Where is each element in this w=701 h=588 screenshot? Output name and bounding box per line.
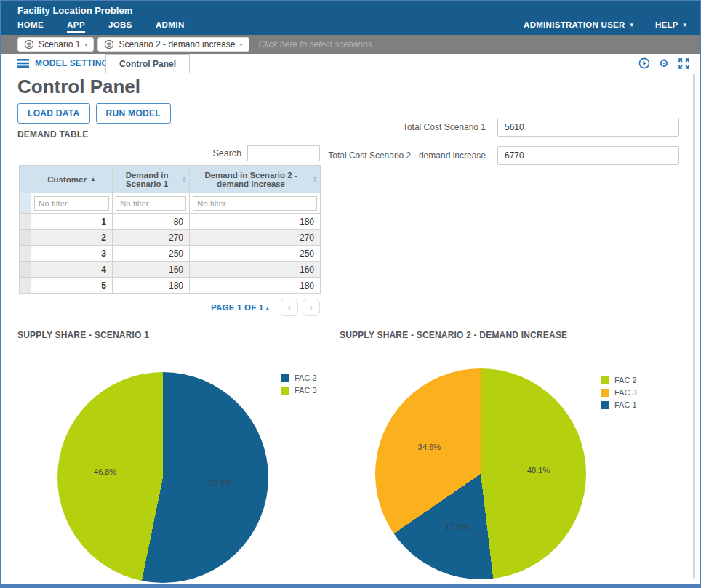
filter-input-customer[interactable] xyxy=(34,196,109,211)
scenario-chip-2[interactable]: Scenario 2 - demand increase ▾ xyxy=(97,37,249,52)
cell-customer[interactable]: 3 xyxy=(31,246,113,262)
play-circle-icon[interactable] xyxy=(638,57,650,69)
model-settings-toggle[interactable]: MODEL SETTINGS xyxy=(17,58,114,68)
nav-item-jobs[interactable]: JOBS xyxy=(108,20,132,33)
legend: FAC 2FAC 3FAC 1 xyxy=(601,376,637,409)
sort-icon: ▲▼ xyxy=(313,176,317,183)
filter-input-demand-2[interactable] xyxy=(193,196,317,211)
legend-item[interactable]: FAC 2 xyxy=(601,376,637,384)
chevron-down-icon: ▾ xyxy=(239,41,242,48)
chart-title: SUPPLY SHARE - SCENARIO 2 - DEMAND INCRE… xyxy=(340,330,567,340)
scenario-chip-label: Scenario 2 - demand increase xyxy=(119,39,235,49)
scenario-chip-1[interactable]: Scenario 1 ▾ xyxy=(17,37,94,52)
row-selector[interactable] xyxy=(20,246,31,262)
legend-item[interactable]: FAC 3 xyxy=(281,386,317,395)
app-window: Facility Location Problem HOME APP JOBS … xyxy=(0,0,701,588)
admin-user-label: ADMINISTRATION USER xyxy=(524,20,625,29)
column-header-demand-scenario-2[interactable]: Demand in Scenario 2 - demand increase ▲… xyxy=(190,166,321,193)
total-cost-2-label: Total Cost Scenario 2 - demand increase xyxy=(328,150,486,161)
pie-slice-label: 17.3% xyxy=(446,523,468,531)
total-cost-1-field[interactable] xyxy=(497,118,679,137)
row-selector-header xyxy=(20,166,31,193)
row-selector[interactable] xyxy=(20,230,31,246)
cell-demand-2[interactable]: 250 xyxy=(190,246,321,262)
tab-control-panel[interactable]: Control Panel xyxy=(105,54,190,73)
chart-title: SUPPLY SHARE - SCENARIO 1 xyxy=(17,330,149,340)
cell-demand-2[interactable]: 160 xyxy=(190,262,321,278)
table-row: 4 160 160 xyxy=(20,262,321,278)
table-filter-row xyxy=(20,193,321,214)
sort-icon: ▲▼ xyxy=(182,176,186,183)
cell-customer[interactable]: 5 xyxy=(31,278,113,294)
cell-demand-2[interactable]: 270 xyxy=(190,230,321,246)
page-indicator[interactable]: PAGE 1 OF 1 ▴ xyxy=(211,303,269,312)
nav-item-home[interactable]: HOME xyxy=(17,20,44,33)
scrollbar[interactable] xyxy=(693,74,695,579)
cell-demand-2[interactable]: 180 xyxy=(190,278,321,294)
scenario-selector-hint[interactable]: Click here to select scenarios xyxy=(259,39,372,49)
row-selector-filter-cell xyxy=(20,193,31,214)
total-cost-2-field[interactable] xyxy=(497,146,679,165)
table-pagination: PAGE 1 OF 1 ▴ ‹ › xyxy=(19,299,320,316)
legend-swatch xyxy=(601,389,609,397)
scenario-icon xyxy=(104,39,114,49)
table-row: 5 180 180 xyxy=(20,278,321,294)
pie-slice-label: 48.1% xyxy=(527,466,550,475)
cell-demand-1[interactable]: 270 xyxy=(113,230,190,246)
top-header: Facility Location Problem HOME APP JOBS … xyxy=(1,1,700,35)
cell-customer[interactable]: 2 xyxy=(31,230,113,246)
cell-demand-2[interactable]: 180 xyxy=(190,214,321,230)
chevron-down-icon: ▼ xyxy=(682,22,688,28)
pie: 48.1%17.3%34.6% xyxy=(375,368,586,579)
column-header-customer[interactable]: Customer ▲ xyxy=(31,166,113,193)
load-data-button[interactable]: LOAD DATA xyxy=(17,103,90,124)
total-cost-1-label: Total Cost Scenario 1 xyxy=(403,122,486,132)
scenario-icon xyxy=(24,39,34,49)
nav-item-admin[interactable]: ADMIN xyxy=(156,20,185,33)
cell-demand-1[interactable]: 80 xyxy=(113,214,190,230)
header-right: ADMINISTRATION USER ▼ HELP ▼ xyxy=(524,20,688,29)
pie-slice-label: 34.6% xyxy=(418,443,441,451)
search-input[interactable] xyxy=(247,145,320,161)
fullscreen-icon[interactable] xyxy=(678,57,689,69)
model-settings-label: MODEL SETTINGS xyxy=(35,58,114,68)
page-title: Control Panel xyxy=(17,76,140,98)
legend-item[interactable]: FAC 1 xyxy=(601,400,637,409)
toolbar-icons: ⚙ xyxy=(638,57,689,69)
next-page-button[interactable]: › xyxy=(303,299,320,316)
run-model-button[interactable]: RUN MODEL xyxy=(96,103,171,124)
tab-bar: MODEL SETTINGS Control Panel ⚙ xyxy=(1,54,700,73)
filter-input-demand-1[interactable] xyxy=(116,196,186,211)
legend-label: FAC 3 xyxy=(295,386,317,395)
row-selector[interactable] xyxy=(20,214,31,230)
legend-swatch xyxy=(281,374,289,382)
legend-item[interactable]: FAC 3 xyxy=(601,388,637,397)
row-selector[interactable] xyxy=(20,278,31,294)
nav-item-app[interactable]: APP xyxy=(67,20,85,33)
pie: 53.2%46.8% xyxy=(57,372,268,583)
pie-slice-label: 53.2% xyxy=(209,479,232,488)
chevron-up-icon: ▴ xyxy=(266,305,269,312)
cell-demand-1[interactable]: 180 xyxy=(113,278,190,294)
legend: FAC 2FAC 3 xyxy=(281,374,317,395)
row-selector[interactable] xyxy=(20,262,31,278)
hamburger-icon xyxy=(17,59,29,68)
table-header-row: Customer ▲ Demand in Scenario 1 ▲▼ Deman… xyxy=(20,166,321,193)
total-cost-panel: Total Cost Scenario 1 Total Cost Scenari… xyxy=(328,118,679,165)
legend-item[interactable]: FAC 2 xyxy=(281,374,317,382)
demand-table-label: DEMAND TABLE xyxy=(17,129,89,140)
cell-customer[interactable]: 1 xyxy=(31,214,113,230)
help-menu[interactable]: HELP ▼ xyxy=(655,20,688,29)
supply-share-chart-scenario-2: SUPPLY SHARE - SCENARIO 2 - DEMAND INCRE… xyxy=(336,327,701,588)
table-row: 3 250 250 xyxy=(20,246,321,262)
cell-customer[interactable]: 4 xyxy=(31,262,113,278)
sort-ascending-icon: ▲ xyxy=(90,176,96,182)
previous-page-button[interactable]: ‹ xyxy=(281,299,298,316)
table-row: 1 80 180 xyxy=(20,214,321,230)
column-header-demand-scenario-1[interactable]: Demand in Scenario 1 ▲▼ xyxy=(113,166,190,193)
admin-user-menu[interactable]: ADMINISTRATION USER ▼ xyxy=(524,20,635,29)
legend-label: FAC 2 xyxy=(614,376,637,384)
cell-demand-1[interactable]: 160 xyxy=(113,262,190,278)
cell-demand-1[interactable]: 250 xyxy=(113,246,190,262)
gear-icon[interactable]: ⚙ xyxy=(658,57,670,69)
